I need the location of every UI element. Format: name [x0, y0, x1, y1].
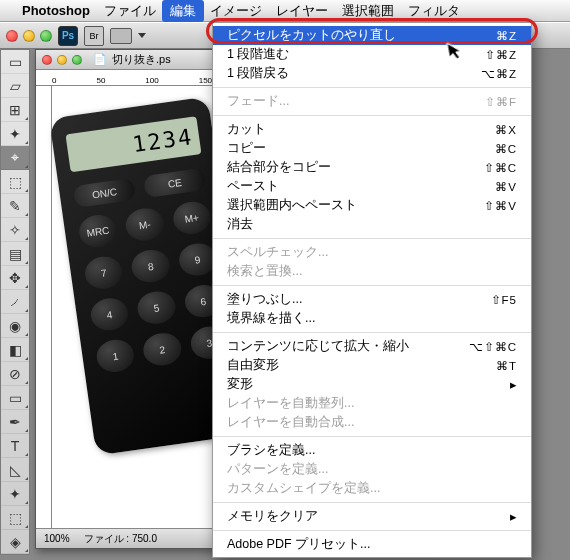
calc-btn: MRC [77, 213, 118, 250]
tool-20[interactable]: ◈ [1, 530, 29, 554]
menu-item[interactable]: 変形 [213, 375, 531, 394]
tool-1[interactable]: ▱ [1, 74, 29, 98]
calc-btn: CE [143, 168, 206, 198]
tool-16[interactable]: T [1, 434, 29, 458]
tool-11[interactable]: ◉ [1, 314, 29, 338]
edit-menu-dropdown: ピクセルをカットのやり直し⌘Z1 段階進む⇧⌘Z1 段階戻る⌥⌘Zフェード...… [212, 22, 532, 558]
menu-filter[interactable]: フィルタ [408, 2, 460, 20]
menu-item: カスタムシェイプを定義... [213, 479, 531, 498]
window-controls [6, 30, 52, 42]
menu-item[interactable]: 1 段階進む⇧⌘Z [213, 45, 531, 64]
menu-item[interactable]: メモリをクリア [213, 507, 531, 526]
tool-10[interactable]: ⟋ [1, 290, 29, 314]
calc-btn: ON/C [73, 178, 136, 208]
menu-item[interactable]: ペースト⌘V [213, 177, 531, 196]
calc-btn: 4 [89, 296, 130, 333]
calc-display: 1234 [65, 116, 201, 172]
menu-layer[interactable]: レイヤー [276, 2, 328, 20]
menu-item[interactable]: コンテンツに応じて拡大・縮小⌥⇧⌘C [213, 337, 531, 356]
zoom-level[interactable]: 100% [44, 533, 70, 544]
tool-9[interactable]: ✥ [1, 266, 29, 290]
tool-7[interactable]: ✧ [1, 218, 29, 242]
calc-btn: 7 [83, 254, 124, 291]
calc-btn: 2 [142, 331, 183, 368]
tool-14[interactable]: ▭ [1, 386, 29, 410]
tool-6[interactable]: ✎ [1, 194, 29, 218]
menu-item: レイヤーを自動整列... [213, 394, 531, 413]
tool-4[interactable]: ⌖ [1, 146, 29, 170]
tool-17[interactable]: ◺ [1, 458, 29, 482]
tool-0[interactable]: ▭ [1, 50, 29, 74]
file-size: ファイル : 750.0 [84, 532, 157, 546]
calc-btn: 5 [136, 289, 177, 326]
menu-item[interactable]: 境界線を描く... [213, 309, 531, 328]
tool-2[interactable]: ⊞ [1, 98, 29, 122]
tool-13[interactable]: ⊘ [1, 362, 29, 386]
dropdown-icon[interactable] [138, 33, 146, 38]
close-icon[interactable] [6, 30, 18, 42]
menu-item[interactable]: 結合部分をコピー⇧⌘C [213, 158, 531, 177]
menu-select[interactable]: 選択範囲 [342, 2, 394, 20]
menu-item[interactable]: カット⌘X [213, 120, 531, 139]
menu-item[interactable]: ブラシを定義... [213, 441, 531, 460]
ruler-vertical [36, 86, 52, 528]
menu-item: パターンを定義... [213, 460, 531, 479]
menu-item: スペルチェック... [213, 243, 531, 262]
menu-file[interactable]: ファイル [104, 2, 156, 20]
menu-item[interactable]: 1 段階戻る⌥⌘Z [213, 64, 531, 83]
doc-zoom-icon[interactable] [72, 55, 82, 65]
tool-5[interactable]: ⬚ [1, 170, 29, 194]
menu-item[interactable]: コピー⌘C [213, 139, 531, 158]
calc-btn: M- [124, 206, 165, 243]
filmstrip-icon[interactable] [110, 28, 132, 44]
calc-btn: M+ [171, 199, 212, 236]
tool-8[interactable]: ▤ [1, 242, 29, 266]
mac-menubar: Photoshop ファイル 編集 イメージ レイヤー 選択範囲 フィルタ [0, 0, 570, 22]
tool-15[interactable]: ✒ [1, 410, 29, 434]
tool-18[interactable]: ✦ [1, 482, 29, 506]
menu-item[interactable]: 自由変形⌘T [213, 356, 531, 375]
photoshop-icon[interactable]: Ps [58, 26, 78, 46]
menu-item: 検索と置換... [213, 262, 531, 281]
calc-btn: 1 [95, 337, 136, 374]
bridge-icon[interactable]: Br [84, 26, 104, 46]
zoom-icon[interactable] [40, 30, 52, 42]
menu-item[interactable]: 塗りつぶし...⇧F5 [213, 290, 531, 309]
app-name[interactable]: Photoshop [22, 3, 90, 18]
tool-12[interactable]: ◧ [1, 338, 29, 362]
menu-image[interactable]: イメージ [210, 2, 262, 20]
document-title: 切り抜き.ps [112, 52, 171, 67]
toolbox: ▭▱⊞✦⌖⬚✎✧▤✥⟋◉◧⊘▭✒T◺✦⬚◈ [0, 49, 30, 555]
menu-item: レイヤーを自動合成... [213, 413, 531, 432]
tool-19[interactable]: ⬚ [1, 506, 29, 530]
doc-minimize-icon[interactable] [57, 55, 67, 65]
menu-item[interactable]: Adobe PDF プリセット... [213, 535, 531, 554]
calc-btn: 8 [130, 248, 171, 285]
doc-close-icon[interactable] [42, 55, 52, 65]
menu-edit[interactable]: 編集 [162, 0, 204, 22]
minimize-icon[interactable] [23, 30, 35, 42]
menu-item[interactable]: ピクセルをカットのやり直し⌘Z [213, 26, 531, 45]
menu-item[interactable]: 消去 [213, 215, 531, 234]
menu-item[interactable]: 選択範囲内へペースト⇧⌘V [213, 196, 531, 215]
menu-item: フェード...⇧⌘F [213, 92, 531, 111]
tool-3[interactable]: ✦ [1, 122, 29, 146]
